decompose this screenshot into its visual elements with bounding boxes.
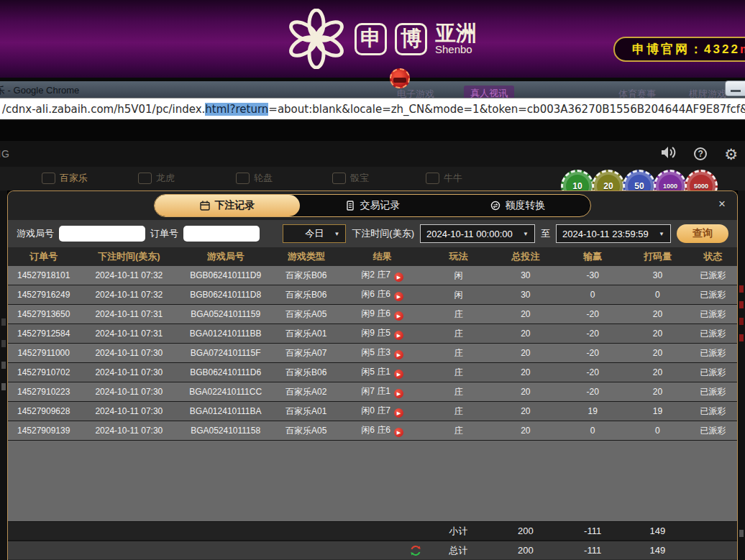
category-icon (236, 173, 250, 184)
promo-seal-badge (390, 68, 410, 88)
play-video-button[interactable]: ▶ (394, 350, 403, 359)
status-cell: 已派彩 (689, 382, 737, 402)
status-cell: 已派彩 (689, 402, 737, 421)
time-cell: 2024-10-11 07:32 (79, 285, 178, 305)
play-cell: 闲 (425, 285, 492, 305)
order-no-input[interactable] (183, 226, 260, 242)
round-cell: BGA0724101115F (178, 344, 273, 363)
turnover-cell: 20 (626, 363, 689, 382)
bet-cell: 30 (492, 266, 559, 285)
screen: 申 博 亚洲 Shenbo 申博官网：4322 m 乐 - Google Chr… (0, 0, 745, 560)
turnover-cell: 0 (626, 285, 689, 305)
category-icon (42, 173, 55, 184)
play-cell: 庄 (425, 344, 492, 363)
turnover-cell: 20 (626, 305, 689, 324)
tab-bet-records[interactable]: 下注记录 (155, 195, 300, 216)
subtotal-bar: 小计 200 -111 149 (8, 521, 737, 541)
time-cell: 2024-10-11 07:30 (79, 421, 178, 441)
order-cell: 14527913650 (8, 305, 79, 324)
play-video-button[interactable]: ▶ (394, 311, 403, 321)
calendar-icon (200, 201, 210, 211)
play-video-button[interactable]: ▶ (394, 389, 403, 398)
flower-logo-icon (286, 9, 347, 69)
play-video-button[interactable]: ▶ (394, 272, 403, 282)
table-row: 145279162492024-10-11 07:32BGB062410111D… (8, 285, 737, 305)
total-bet: 200 (492, 541, 559, 560)
bet-cell: 20 (492, 402, 559, 421)
type-cell: 百家乐A01 (273, 324, 339, 344)
type-cell: 百家乐B06 (273, 363, 339, 382)
bet-time-label: 下注时间(美东) (352, 227, 414, 240)
result-cell: 闲6 庄6▶ (339, 285, 425, 305)
tab-credit-transfer[interactable]: 额度转换 (445, 195, 590, 216)
to-label: 至 (541, 227, 550, 240)
bet-records-modal: 下注记录 交易记录 额度转换 (7, 191, 738, 560)
order-cell: 14527912584 (8, 324, 79, 344)
search-button[interactable]: 查询 (677, 224, 728, 243)
time-cell: 2024-10-11 07:32 (79, 266, 178, 285)
table-row: 145279125842024-10-11 07:31BGA012410111B… (8, 324, 737, 344)
type-cell: 百家乐A02 (273, 382, 339, 402)
settings-gear-icon[interactable]: ⚙ (724, 147, 738, 162)
lobby-logo-fragment: NG (0, 148, 10, 160)
logo-char-1: 申 (355, 23, 387, 55)
date-to-select[interactable]: 2024-10-11 23:59:59 ▼ (556, 224, 671, 243)
logo-char-2: 博 (395, 23, 427, 55)
bet-cell: 20 (492, 344, 559, 363)
status-cell: 已派彩 (689, 285, 737, 305)
minimize-button[interactable] (725, 81, 745, 96)
order-cell: 14527918101 (8, 266, 79, 285)
lobby-top-bar: NG ? ⚙ (0, 141, 745, 167)
category-icon (138, 173, 152, 184)
game-round-input[interactable] (59, 226, 145, 242)
status-cell: 已派彩 (689, 324, 737, 344)
subtotal-label: 小计 (425, 522, 492, 541)
close-icon[interactable]: × (718, 198, 726, 210)
official-site-text: 申博官网：4322 (632, 41, 740, 58)
turnover-cell: 20 (626, 324, 689, 344)
coin-transfer-icon (490, 201, 501, 211)
right-edge-strip (738, 191, 745, 560)
play-video-button[interactable]: ▶ (394, 292, 403, 301)
bet-cell: 20 (492, 324, 559, 344)
time-cell: 2024-10-11 07:30 (79, 344, 178, 363)
refresh-icon[interactable] (410, 545, 421, 556)
table-row: 145279096282024-10-11 07:30BGA012410111B… (8, 402, 737, 421)
chevron-down-icon: ▼ (518, 231, 529, 237)
window-title: 乐 - Google Chrome (0, 84, 79, 97)
round-cell: BGB062410111D8 (178, 285, 273, 305)
time-cell: 2024-10-11 07:30 (79, 363, 178, 382)
winloss-cell: 0 (559, 285, 626, 305)
col-winloss: 输赢 (559, 247, 626, 266)
game-category-1[interactable]: 百家乐 (42, 172, 88, 185)
play-video-button[interactable]: ▶ (394, 331, 403, 340)
bet-table-body: 145279181012024-10-11 07:32BGB062410111D… (8, 266, 737, 441)
game-category-3[interactable]: 轮盘 (236, 172, 273, 185)
date-from-select[interactable]: 2024-10-11 00:00:00 ▼ (420, 224, 535, 243)
result-cell: 闲5 庄1▶ (339, 363, 425, 382)
date-range-select[interactable]: 今日 ▼ (283, 224, 346, 243)
help-icon[interactable]: ? (694, 147, 707, 160)
total-label: 总计 (425, 541, 492, 560)
game-category-4[interactable]: 骰宝 (332, 172, 369, 185)
sound-icon[interactable] (661, 145, 677, 162)
col-round: 游戏局号 (178, 247, 273, 266)
result-cell: 闲7 庄1▶ (339, 382, 425, 402)
round-cell: BGA012410111BB (178, 324, 273, 344)
table-row: 145279136502024-10-11 07:31BGA0524101115… (8, 305, 737, 324)
winloss-cell: -20 (559, 363, 626, 382)
status-cell: 已派彩 (689, 344, 737, 363)
game-category-2[interactable]: 龙虎 (138, 172, 175, 185)
time-cell: 2024-10-11 07:30 (79, 382, 178, 402)
play-cell: 庄 (425, 305, 492, 324)
game-category-5[interactable]: 牛牛 (426, 172, 462, 185)
play-video-button[interactable]: ▶ (394, 369, 403, 379)
tab-transaction-records[interactable]: 交易记录 (300, 195, 445, 216)
round-cell: BGA022410111CC (178, 382, 273, 402)
status-cell: 已派彩 (689, 421, 737, 441)
type-cell: 百家乐A05 (273, 421, 339, 441)
url-bar[interactable]: /cdnx-ali.zabaih.com/h5V01/pc/index.html… (0, 98, 745, 119)
play-video-button[interactable]: ▶ (394, 428, 403, 437)
status-cell: 已派彩 (689, 266, 737, 285)
play-video-button[interactable]: ▶ (394, 408, 403, 418)
